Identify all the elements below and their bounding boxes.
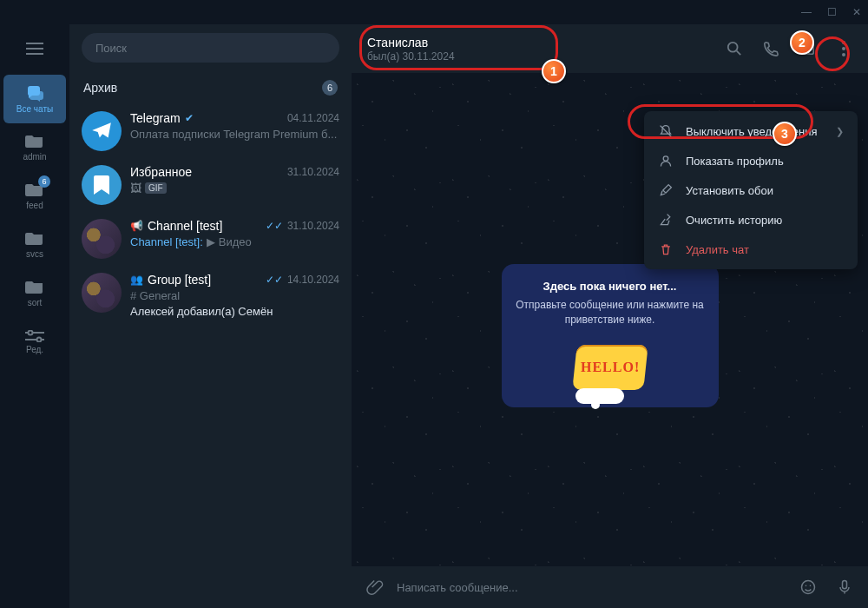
group-icon: 👥 xyxy=(130,274,143,286)
paperclip-icon xyxy=(366,578,384,596)
video-thumb-icon: ▶ xyxy=(207,235,215,248)
svg-point-6 xyxy=(842,53,845,56)
microphone-icon xyxy=(836,578,853,596)
smiley-icon xyxy=(799,578,817,596)
rail-item-feed[interactable]: 6 feed xyxy=(3,172,66,221)
chat-row-channel[interactable]: 📢 Channel [test] ✓✓ 31.10.2024 Channel [… xyxy=(69,212,352,266)
menu-item-wallpaper[interactable]: Установить обои xyxy=(644,175,858,205)
chat-subtitle: Оплата подписки Telegram Premium б... xyxy=(130,128,339,141)
menu-item-profile[interactable]: Показать профиль xyxy=(644,146,858,175)
folder-icon xyxy=(25,134,44,149)
chat-name: Избранное xyxy=(130,165,192,179)
archive-label: Архив xyxy=(83,81,322,95)
menu-label: Удалить чат xyxy=(686,243,749,256)
compose-input[interactable] xyxy=(397,581,786,594)
chevron-right-icon: ❯ xyxy=(836,126,844,137)
app-root: Все чаты admin 6 feed svcs sort Ред. xyxy=(0,24,868,608)
folder-rail: Все чаты admin 6 feed svcs sort Ред. xyxy=(0,24,69,608)
menu-item-clear-history[interactable]: Очистить историю xyxy=(644,205,858,235)
call-button[interactable] xyxy=(755,33,786,64)
sliders-icon xyxy=(25,330,44,342)
menu-label: Показать профиль xyxy=(686,155,784,168)
avatar xyxy=(82,273,122,313)
chat-row-telegram[interactable]: Telegram ✔ 04.11.2024 Оплата подписки Te… xyxy=(69,104,352,158)
trash-icon xyxy=(658,242,674,256)
svg-rect-11 xyxy=(843,581,847,589)
panel-icon xyxy=(799,41,815,56)
chat-row-body: Избранное 31.10.2024 🖼 GIF xyxy=(130,165,339,205)
chat-name: Group [test] xyxy=(148,273,211,287)
read-checks-icon: ✓✓ xyxy=(266,220,283,232)
sidebar-toggle-button[interactable] xyxy=(792,33,823,64)
rail-item-edit[interactable]: Ред. xyxy=(3,318,66,367)
megaphone-icon: 📢 xyxy=(130,220,143,232)
chat-bubbles-icon xyxy=(24,84,45,102)
empty-heading: Здесь пока ничего нет... xyxy=(516,280,705,293)
chat-time: 04.11.2024 xyxy=(287,112,339,124)
rail-item-admin[interactable]: admin xyxy=(3,123,66,172)
user-icon xyxy=(658,154,674,168)
attach-button[interactable] xyxy=(360,572,390,602)
avatar xyxy=(82,219,122,259)
hello-sticker[interactable]: HELLO! xyxy=(567,340,654,395)
window-minimize[interactable]: — xyxy=(801,6,812,18)
search-in-chat-button[interactable] xyxy=(719,33,750,64)
rail-label: admin xyxy=(23,152,46,162)
rail-item-svcs[interactable]: svcs xyxy=(3,221,66,269)
svg-point-4 xyxy=(842,41,845,44)
avatar xyxy=(82,165,122,205)
voice-button[interactable] xyxy=(830,572,859,602)
chatlist-panel: Архив 6 Telegram ✔ 04.11.2024 Оплата под… xyxy=(69,24,352,608)
chat-row-body: 📢 Channel [test] ✓✓ 31.10.2024 Channel [… xyxy=(130,219,339,259)
svg-point-2 xyxy=(728,43,738,52)
chat-row-saved[interactable]: Избранное 31.10.2024 🖼 GIF xyxy=(69,158,352,212)
chat-time: 31.10.2024 xyxy=(287,220,339,232)
chat-peer-name: Станислав xyxy=(367,36,713,50)
chat-time: 31.10.2024 xyxy=(287,166,339,178)
menu-label: Установить обои xyxy=(686,184,773,197)
search-input[interactable] xyxy=(82,33,339,63)
bookmark-icon xyxy=(93,175,110,195)
empty-state-card[interactable]: Здесь пока ничего нет... Отправьте сообщ… xyxy=(502,264,719,407)
chat-row-body: 👥 Group [test] ✓✓ 14.10.2024 # General А… xyxy=(130,273,339,318)
chat-sender: Channel [test]: xyxy=(130,235,203,248)
menu-item-mute[interactable]: Выключить уведомления ❯ xyxy=(644,116,858,146)
chat-body: Здесь пока ничего нет... Отправьте сообщ… xyxy=(352,73,868,566)
rail-item-sort[interactable]: sort xyxy=(3,269,66,318)
rail-label: feed xyxy=(26,201,43,210)
menu-item-delete-chat[interactable]: Удалить чат xyxy=(644,235,858,264)
chat-topic: # General xyxy=(130,289,339,302)
svg-rect-3 xyxy=(801,43,813,55)
rail-label: Ред. xyxy=(26,345,43,354)
window-titlebar: — ☐ ✕ xyxy=(0,0,868,24)
search-icon xyxy=(727,41,742,56)
empty-text: Отправьте сообщение или нажмите на приве… xyxy=(516,298,705,327)
window-close[interactable]: ✕ xyxy=(852,6,861,18)
chat-row-body: Telegram ✔ 04.11.2024 Оплата подписки Te… xyxy=(130,111,339,151)
chat-media-label: Видео xyxy=(219,235,252,248)
chat-name: Telegram xyxy=(130,111,181,125)
rail-item-all-chats[interactable]: Все чаты xyxy=(3,75,66,123)
archive-row[interactable]: Архив 6 xyxy=(69,71,352,104)
chat-row-group[interactable]: 👥 Group [test] ✓✓ 14.10.2024 # General А… xyxy=(69,266,352,325)
emoji-button[interactable] xyxy=(793,572,823,602)
chat-title-block[interactable]: Станислав был(а) 30.11.2024 xyxy=(367,36,713,63)
chat-time: 14.10.2024 xyxy=(287,274,339,286)
folder-icon xyxy=(25,280,44,295)
chat-options-dropdown: Выключить уведомления ❯ Показать профиль… xyxy=(644,111,858,269)
kebab-icon xyxy=(842,41,845,56)
thought-cloud-icon xyxy=(575,388,624,404)
menu-label: Выключить уведомления xyxy=(686,125,818,138)
window-maximize[interactable]: ☐ xyxy=(827,6,837,18)
more-menu-button[interactable] xyxy=(828,33,859,64)
main-menu-button[interactable] xyxy=(17,31,52,66)
avatar xyxy=(82,111,122,151)
chat-header: Станислав был(а) 30.11.2024 xyxy=(352,24,868,73)
read-checks-icon: ✓✓ xyxy=(266,274,283,286)
rail-label: Все чаты xyxy=(16,104,53,114)
svg-point-9 xyxy=(806,585,807,587)
broom-icon xyxy=(658,213,674,227)
chat-pane: Станислав был(а) 30.11.2024 Здесь пока н… xyxy=(352,24,868,608)
search-container xyxy=(82,33,339,63)
rail-label: sort xyxy=(28,298,43,307)
